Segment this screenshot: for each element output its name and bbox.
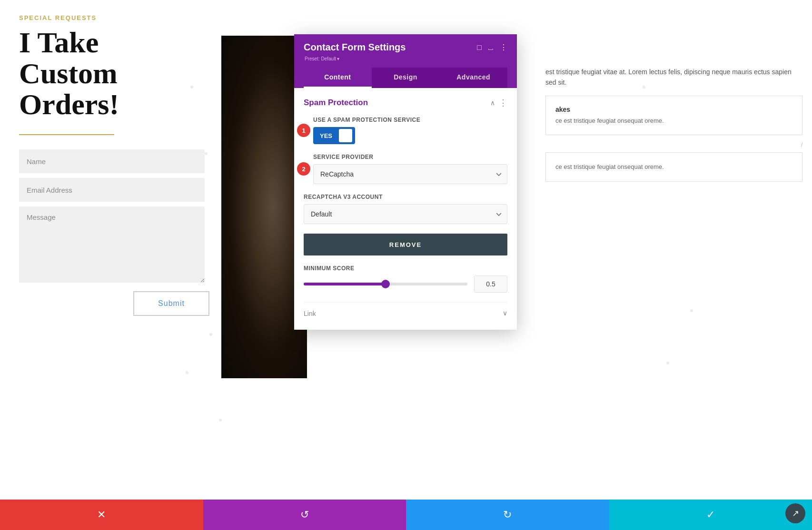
left-section: SPECIAL REQUESTS I Take Custom Orders! S… [0,0,228,330]
split-icon[interactable]: ⎵ [488,43,493,52]
more-options-icon[interactable]: ⋮ [500,43,507,52]
right-body-text: est tristique feugiat vitae at. Lorem le… [545,67,802,88]
decoration-dot [666,362,669,364]
hero-title: I Take Custom Orders! [19,27,209,120]
undo-button[interactable]: ↺ [203,500,406,530]
service-provider-select[interactable]: ReCaptcha hCaptcha None [313,164,507,184]
panel-tabs: Content Design Advanced [304,68,507,88]
special-requests-label: SPECIAL REQUESTS [19,14,209,21]
step-1-badge: 1 [297,124,310,137]
tab-content[interactable]: Content [304,68,372,88]
redo-button[interactable]: ↻ [406,500,609,530]
link-section-preview[interactable]: Link ∨ [304,302,507,320]
save-icon: ✓ [706,509,715,521]
cancel-icon: ✕ [97,509,106,521]
arrow-icon[interactable]: ↗ [785,503,805,523]
section-controls: ∧ ⋮ [490,98,507,108]
recaptcha-account-row: reCAPTCHA v3 Account Default [304,194,507,224]
decoration-dot [690,309,693,312]
panel-body: Spam Protection ∧ ⋮ 1 Use A Spam Protect… [294,88,517,330]
panel-preset[interactable]: Preset: Default▾ [304,55,507,62]
save-button[interactable]: ✓ [609,500,812,530]
slider-thumb[interactable] [381,280,390,288]
recaptcha-account-label: reCAPTCHA v3 Account [304,194,507,200]
card-2: ce est tristique feugiat onsequat oreme. [545,152,802,182]
bottom-toolbar: ✕ ↺ ↻ ✓ [0,500,812,530]
tab-advanced[interactable]: Advanced [439,68,507,88]
divider-line [19,134,114,135]
right-section: est tristique feugiat vitae at. Lorem le… [536,57,812,198]
panel-title: Contact Form Settings [304,42,406,53]
link-chevron-icon: ∨ [503,309,507,317]
remove-button[interactable]: REMOVE [304,234,507,255]
slider-value-box: 0.5 [474,275,507,293]
step-2-badge: 2 [297,162,310,176]
contact-form: Submit [19,149,209,316]
decoration-dot [186,371,188,374]
card-1-title: akes [555,106,792,113]
cancel-button[interactable]: ✕ [0,500,203,530]
undo-icon: ↺ [300,509,309,521]
minimum-score-row: Minimum Score 0.5 [304,265,507,293]
slider-row: 0.5 [304,275,507,293]
tab-design[interactable]: Design [372,68,440,88]
minimum-score-label: Minimum Score [304,265,507,272]
card-1: akes ce est tristique feugiat onsequat o… [545,96,802,136]
service-provider-row: 2 Service Provider ReCaptcha hCaptcha No… [304,154,507,184]
recaptcha-account-select[interactable]: Default [304,204,507,224]
fullscreen-icon[interactable]: □ [477,43,482,52]
service-provider-label: Service Provider [313,154,507,160]
email-input[interactable] [19,178,205,202]
link-label: Link [304,310,316,317]
slider-value: 0.5 [486,280,495,288]
remove-btn-row: REMOVE [304,234,507,255]
decoration-dot [209,333,212,336]
spam-protection-title: Spam Protection [304,98,368,108]
toggle-yes-label: YES [315,129,337,142]
spam-toggle-row: 1 Use A Spam Protection Service YES [304,117,507,144]
redo-icon: ↻ [503,509,512,521]
name-input[interactable] [19,149,205,173]
slider-fill [304,283,386,285]
submit-button[interactable]: Submit [133,291,209,316]
spam-protection-header: Spam Protection ∧ ⋮ [304,98,507,108]
panel-title-row: Contact Form Settings □ ⎵ ⋮ [304,42,507,53]
arrow-glyph: ↗ [792,508,799,519]
panel-header-icons: □ ⎵ ⋮ [477,43,507,52]
card-1-text: ce est tristique feugiat onsequat oreme. [555,116,792,126]
panel-header: Contact Form Settings □ ⎵ ⋮ Preset: Defa… [294,34,517,88]
collapse-icon[interactable]: ∧ [490,99,495,107]
section-menu-icon[interactable]: ⋮ [499,98,507,108]
decoration-dot [219,419,222,422]
toggle-thumb [339,129,352,142]
spam-toggle-label: Use A Spam Protection Service [313,117,507,123]
settings-panel: Contact Form Settings □ ⎵ ⋮ Preset: Defa… [294,34,517,330]
spam-toggle-switch[interactable]: YES [313,127,355,144]
message-input[interactable] [19,206,205,283]
card-2-text: ce est tristique feugiat onsequat oreme. [555,162,792,172]
slider-track [304,283,467,285]
spam-toggle-container: YES [313,127,507,144]
